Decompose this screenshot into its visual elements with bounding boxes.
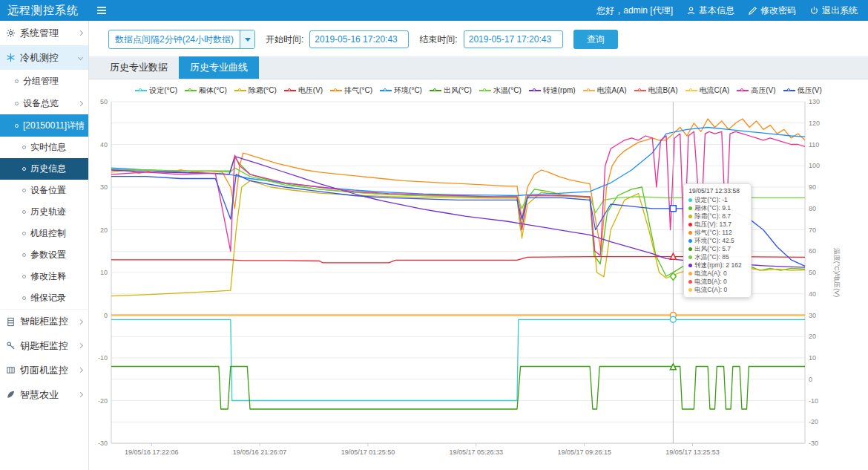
- sidebar-item-edit-remarks[interactable]: 修改注释: [0, 266, 88, 287]
- svg-text:温度(°C)/电压(V): 温度(°C)/电压(V): [833, 248, 841, 298]
- sidebar-item-key-cabinet[interactable]: 钥匙柜监控: [0, 333, 88, 358]
- svg-text:90: 90: [809, 183, 816, 191]
- legend-marker-icon: [135, 90, 147, 91]
- legend-label: 低压(V): [798, 85, 822, 96]
- svg-text:80: 80: [809, 205, 816, 212]
- svg-text:19/05/17 05:26:33: 19/05/17 05:26:33: [450, 448, 504, 456]
- svg-text:50: 50: [100, 98, 108, 105]
- sidebar-item-smart-agriculture[interactable]: 智慧农业: [0, 382, 88, 407]
- sidebar-item-device-overview[interactable]: 设备总览: [0, 92, 88, 114]
- legend-marker-icon: [430, 90, 441, 91]
- bullet-icon: [22, 296, 26, 300]
- legend-item[interactable]: 高压(V): [737, 85, 775, 96]
- legend-marker-icon: [685, 90, 697, 91]
- legend-item[interactable]: 环境(°C): [380, 85, 422, 96]
- legend-item[interactable]: 电流A(A): [583, 85, 627, 96]
- sidebar-item-slicer-monitoring[interactable]: 切面机监控: [0, 358, 88, 382]
- basic-info-label: 基本信息: [699, 4, 734, 17]
- legend-item[interactable]: 电流C(A): [685, 85, 730, 96]
- sidebar-item-label: 机组控制: [30, 227, 66, 240]
- triangle-marker: [670, 364, 676, 370]
- legend-item[interactable]: 转速(rpm): [529, 85, 576, 96]
- legend-marker-icon: [634, 90, 646, 91]
- tab-history-curve[interactable]: 历史专业曲线: [179, 56, 259, 79]
- sidebar-item-system-management[interactable]: 系统管理: [0, 21, 88, 45]
- svg-text:20: 20: [809, 333, 816, 340]
- tab-history-data[interactable]: 历史专业数据: [99, 56, 179, 79]
- change-password-button[interactable]: 修改密码: [748, 4, 796, 17]
- legend-marker-icon: [479, 90, 491, 91]
- sidebar-item-history-track[interactable]: 历史轨迹: [0, 201, 88, 223]
- series-line: [111, 367, 805, 410]
- gear-icon: [6, 28, 16, 38]
- sidebar-item-label: 历史信息: [30, 163, 66, 175]
- sidebar-item-label: 设备总览: [23, 97, 59, 110]
- query-button[interactable]: 查询: [573, 30, 618, 49]
- interval-select[interactable]: 数据点间隔2分钟(24小时数据): [108, 30, 255, 49]
- sidebar-item-cooler-monitoring[interactable]: 冷机测控: [0, 45, 88, 70]
- svg-text:19/05/16 21:26:07: 19/05/16 21:26:07: [233, 448, 287, 456]
- legend-label: 除霜(°C): [249, 85, 277, 96]
- sidebar-item-label: 历史轨迹: [30, 206, 66, 218]
- sidebar-item-device-location[interactable]: 设备位置: [0, 180, 88, 201]
- bullet-icon: [22, 167, 26, 171]
- chart-canvas[interactable]: 50403020100-10-20-3013012011010090807060…: [89, 96, 868, 460]
- legend-item[interactable]: 电流B(A): [634, 85, 678, 96]
- sidebar-item-label: 修改注释: [30, 270, 66, 283]
- legend-marker-icon: [330, 90, 342, 91]
- svg-text:19/05/16 17:22:06: 19/05/16 17:22:06: [125, 448, 179, 456]
- svg-text:10: 10: [100, 269, 108, 276]
- leaf-icon: [6, 390, 16, 399]
- logout-button[interactable]: 退出系统: [809, 4, 858, 17]
- bullet-icon: [15, 124, 19, 128]
- chevron-down-icon: [240, 30, 254, 48]
- legend-item[interactable]: 厢体(°C): [185, 85, 227, 96]
- legend-item[interactable]: 排气(°C): [330, 85, 372, 96]
- svg-text:50: 50: [809, 269, 816, 276]
- end-time-label: 结束时间:: [419, 33, 457, 46]
- svg-text:-10: -10: [98, 354, 108, 362]
- legend-item[interactable]: 水温(°C): [479, 85, 522, 96]
- chevron-right-icon: [78, 100, 83, 105]
- hamburger-menu-icon[interactable]: [96, 5, 107, 16]
- legend-item[interactable]: 低压(V): [783, 85, 822, 96]
- main-content: 数据点间隔2分钟(24小时数据) 开始时间: 结束时间: 查询 历史专业数据 历…: [89, 21, 868, 470]
- svg-text:-20: -20: [809, 418, 818, 425]
- triangle-marker: [670, 253, 676, 259]
- legend-marker-icon: [737, 90, 749, 91]
- legend-item[interactable]: 除霜(°C): [234, 85, 277, 96]
- sidebar-item-group-management[interactable]: 分组管理: [0, 70, 88, 92]
- legend-item[interactable]: 电压(V): [284, 85, 323, 96]
- query-controls: 数据点间隔2分钟(24小时数据) 开始时间: 结束时间: 查询: [89, 21, 868, 56]
- sidebar-item-unit-control[interactable]: 机组控制: [0, 223, 88, 244]
- chevron-right-icon: [78, 368, 83, 373]
- legend-label: 厢体(°C): [199, 85, 227, 96]
- legend-marker-icon: [783, 90, 795, 91]
- user-icon: [686, 6, 696, 16]
- sidebar-item-parameter-settings[interactable]: 参数设置: [0, 244, 88, 266]
- basic-info-button[interactable]: 基本信息: [686, 4, 734, 17]
- start-time-input[interactable]: [309, 30, 409, 48]
- sidebar-item-history-info[interactable]: 历史信息: [0, 158, 88, 180]
- sidebar-item-realtime-info[interactable]: 实时信息: [0, 137, 88, 158]
- legend-marker-icon: [234, 90, 246, 91]
- svg-text:-30: -30: [98, 440, 108, 447]
- sidebar-item-smart-cabinet[interactable]: 智能柜监控: [0, 309, 88, 333]
- end-time-input[interactable]: [464, 30, 563, 48]
- legend-marker-icon: [583, 90, 595, 91]
- legend-label: 电流A(A): [597, 85, 627, 96]
- history-curve-chart: 设定(°C)厢体(°C)除霜(°C)电压(V)排气(°C)环境(°C)出风(°C…: [89, 79, 868, 470]
- svg-text:30: 30: [809, 312, 816, 319]
- cabinet-icon: [6, 317, 16, 327]
- sidebar-item-device-20150011-detail[interactable]: [20150011]详情: [0, 114, 88, 137]
- start-time-label: 开始时间:: [266, 33, 303, 46]
- square-marker: [670, 206, 676, 212]
- sidebar-item-maintenance-records[interactable]: 维保记录: [0, 287, 88, 309]
- legend-label: 电流B(A): [648, 85, 678, 96]
- interval-select-value: 数据点间隔2分钟(24小时数据): [109, 33, 240, 46]
- legend-item[interactable]: 出风(°C): [430, 85, 472, 96]
- sidebar-item-label: 系统管理: [20, 27, 59, 40]
- series-line: [111, 119, 805, 251]
- legend-item[interactable]: 设定(°C): [135, 85, 177, 96]
- legend-marker-icon: [284, 90, 296, 91]
